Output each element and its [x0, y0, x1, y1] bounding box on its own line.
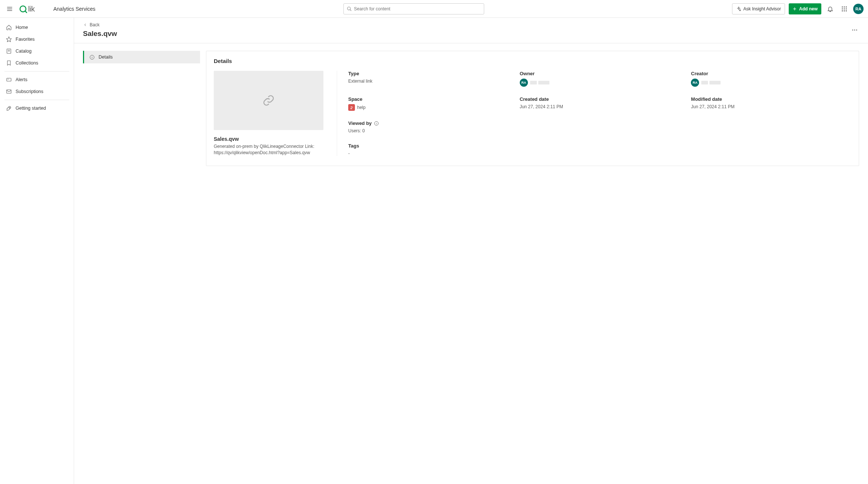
- owner-avatar: RA: [520, 79, 528, 87]
- sidebar-item-subscriptions[interactable]: Subscriptions: [3, 86, 71, 97]
- user-avatar[interactable]: RA: [853, 4, 864, 14]
- meta-value-modified: Jun 27, 2024 2:11 PM: [691, 104, 851, 109]
- svg-point-15: [846, 8, 847, 9]
- sidebar: Home Favorites Catalog Collections Alert…: [0, 18, 74, 484]
- info-icon: [89, 54, 95, 60]
- svg-point-33: [352, 106, 353, 107]
- ask-insight-advisor-button[interactable]: Ask Insight Advisor: [732, 3, 785, 14]
- search-input[interactable]: [354, 6, 481, 11]
- rocket-icon: [6, 105, 12, 111]
- sidebar-item-label: Alerts: [16, 77, 27, 82]
- sidebar-item-catalog[interactable]: Catalog: [3, 45, 71, 57]
- sidebar-item-label: Catalog: [16, 49, 31, 54]
- svg-point-25: [9, 107, 10, 108]
- svg-rect-24: [7, 90, 11, 93]
- meta-space: Space help: [348, 96, 509, 111]
- panel-title: Details: [214, 58, 851, 64]
- meta-label-owner: Owner: [520, 71, 680, 76]
- meta-value-type: External link: [348, 79, 509, 84]
- add-new-button[interactable]: Add new: [789, 3, 821, 14]
- star-icon: [6, 36, 12, 42]
- sidebar-item-label: Collections: [16, 60, 38, 66]
- svg-point-14: [844, 8, 845, 9]
- svg-point-32: [350, 106, 352, 107]
- sidebar-item-getting-started[interactable]: Getting started: [3, 102, 71, 114]
- side-tabs: Details: [83, 51, 200, 63]
- sidebar-item-label: Home: [16, 25, 28, 30]
- sidebar-item-favorites[interactable]: Favorites: [3, 33, 71, 45]
- grid-icon: [841, 6, 848, 12]
- more-horizontal-icon: [851, 27, 858, 33]
- collections-icon: [6, 60, 12, 66]
- svg-point-6: [347, 7, 350, 10]
- svg-point-12: [846, 6, 847, 7]
- sparkle-icon: [736, 6, 741, 11]
- notifications-button[interactable]: [825, 4, 835, 14]
- sidebar-item-label: Favorites: [16, 37, 34, 42]
- page-header: Back Sales.qvw: [74, 18, 868, 43]
- sidebar-item-home[interactable]: Home: [3, 21, 71, 33]
- meta-tags: Tags -: [348, 143, 509, 156]
- meta-value-space[interactable]: help: [357, 105, 366, 110]
- meta-value-tags: -: [348, 151, 509, 156]
- app-launcher-button[interactable]: [839, 4, 849, 14]
- meta-creator: Creator RA: [691, 71, 851, 87]
- svg-rect-23: [7, 78, 11, 81]
- sidebar-item-alerts[interactable]: Alerts: [3, 74, 71, 86]
- space-badge: [348, 104, 355, 111]
- meta-label-type: Type: [348, 71, 509, 76]
- meta-label-created: Created date: [520, 96, 680, 102]
- page-title: Sales.qvw: [83, 30, 117, 38]
- svg-point-13: [842, 8, 843, 9]
- svg-point-28: [856, 30, 857, 31]
- svg-point-27: [854, 30, 855, 31]
- item-title: Sales.qvw: [214, 136, 323, 142]
- svg-point-16: [842, 10, 843, 11]
- hamburger-icon: [6, 6, 13, 12]
- subscriptions-icon: [6, 89, 12, 95]
- back-button[interactable]: Back: [83, 22, 117, 27]
- search-box[interactable]: [343, 3, 484, 14]
- link-icon: [262, 94, 275, 107]
- catalog-icon: [6, 48, 12, 54]
- alerts-icon: [6, 77, 12, 83]
- creator-avatar: RA: [691, 79, 699, 87]
- svg-point-31: [92, 56, 92, 56]
- home-icon: [6, 24, 12, 30]
- topbar: lik Analytics Services Ask Insight Advis…: [0, 0, 868, 18]
- add-new-label: Add new: [799, 6, 818, 11]
- meta-created-date: Created date Jun 27, 2024 2:11 PM: [520, 96, 680, 111]
- tab-label: Details: [99, 54, 113, 60]
- meta-viewed-by: Viewed by Users: 0: [348, 120, 509, 133]
- sidebar-item-label: Subscriptions: [16, 89, 43, 94]
- svg-point-36: [376, 122, 377, 123]
- chevron-left-icon: [83, 23, 87, 27]
- svg-point-26: [852, 30, 853, 31]
- owner-name-redacted: [530, 81, 549, 84]
- svg-marker-19: [6, 37, 11, 42]
- svg-point-11: [844, 6, 845, 7]
- qlik-logo[interactable]: lik: [19, 4, 45, 13]
- svg-point-17: [844, 10, 845, 11]
- viewed-by-label-text: Viewed by: [348, 120, 372, 126]
- bell-icon: [827, 6, 834, 12]
- product-name: Analytics Services: [53, 6, 96, 12]
- hamburger-menu-button[interactable]: [4, 4, 15, 14]
- back-label: Back: [90, 22, 100, 27]
- plus-icon: [792, 7, 797, 11]
- meta-value-created: Jun 27, 2024 2:11 PM: [520, 104, 680, 109]
- meta-modified-date: Modified date Jun 27, 2024 2:11 PM: [691, 96, 851, 111]
- meta-label-viewed-by: Viewed by: [348, 120, 509, 126]
- sidebar-item-collections[interactable]: Collections: [3, 57, 71, 69]
- svg-line-4: [25, 11, 27, 13]
- sidebar-item-label: Getting started: [16, 106, 46, 111]
- meta-label-tags: Tags: [348, 143, 509, 149]
- item-thumbnail: [214, 71, 323, 130]
- meta-label-modified: Modified date: [691, 96, 851, 102]
- details-panel: Details Sales.qvw Generated on-prem by Q…: [206, 51, 859, 166]
- tab-details[interactable]: Details: [83, 51, 200, 63]
- info-icon[interactable]: [374, 121, 379, 126]
- meta-label-space: Space: [348, 96, 509, 102]
- more-actions-button[interactable]: [850, 26, 859, 34]
- users-icon: [350, 106, 354, 110]
